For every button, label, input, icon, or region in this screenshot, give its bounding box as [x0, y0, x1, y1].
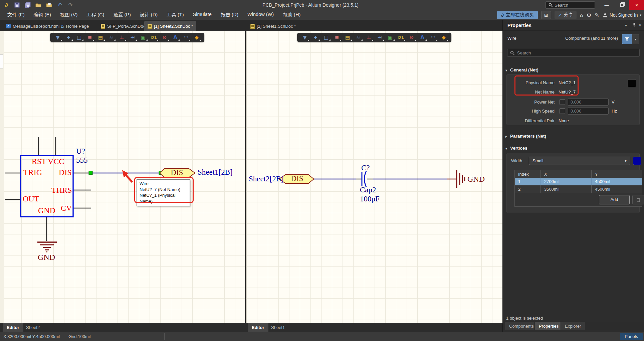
left-sheet2-tab[interactable]: Sheet2	[22, 323, 44, 332]
tab-sheet2-schdoc[interactable]: [1] Sheet2.SchDoc *	[144, 21, 196, 31]
restore-button[interactable]	[615, 0, 629, 10]
share-button[interactable]: ↗分享	[555, 11, 577, 19]
open-document-icon[interactable]	[45, 1, 53, 9]
minimize-button[interactable]: —	[599, 0, 614, 10]
trash-icon	[636, 197, 640, 202]
panel-title: Properties	[507, 23, 531, 28]
section-general-net[interactable]: ▾General (Net)	[505, 67, 539, 72]
add-vertex-button[interactable]: Add	[599, 195, 630, 204]
capacitor-comment[interactable]: Cap2	[360, 186, 376, 194]
search-icon	[549, 3, 553, 7]
power-net-voltage-input[interactable]: 0.000	[568, 99, 609, 106]
differential-pair-label: Differential Pair	[507, 117, 555, 125]
customize-pen-icon[interactable]: ✎	[595, 12, 599, 18]
scope-selector[interactable]: Components (and 11 more)	[565, 36, 618, 41]
vertices-table-body: 12700mil4500mil23500mil4500mil	[515, 178, 642, 193]
panel-close-icon[interactable]: ✕	[638, 23, 642, 28]
menu-place[interactable]: 放置 (P)	[113, 12, 131, 18]
port-dis-label[interactable]: DIS	[166, 168, 188, 177]
power-net-unit: V	[612, 99, 615, 106]
properties-search-input[interactable]: Search	[507, 49, 640, 57]
component-designator[interactable]: U?	[76, 147, 85, 156]
tab-message-list-report[interactable]: eMessageListReport.html	[3, 21, 63, 31]
section-parameters-net[interactable]: ▸Parameters (Net)	[505, 134, 546, 139]
panel-tab-strip: Components Properties Explorer	[503, 322, 644, 330]
right-sheet1-tab[interactable]: Sheet1	[267, 323, 289, 332]
tooltip-object-type: Wire	[140, 181, 187, 187]
port-dis-label[interactable]: DIS	[286, 174, 308, 183]
tab-components[interactable]: Components	[505, 322, 538, 330]
differential-pair-value: None	[559, 117, 569, 125]
chevron-down-icon: ▼	[624, 157, 627, 165]
menu-tools[interactable]: 工具 (T)	[167, 12, 184, 18]
panel-menu-chevron-icon[interactable]: ▾	[625, 23, 627, 28]
panels-button[interactable]: Panels	[620, 333, 643, 340]
wire-color-swatch[interactable]	[633, 157, 641, 165]
schematic-editor-sheet1[interactable]: ▼+□≡▤≈⊥⇥▣D1⊘A◠◆	[246, 31, 502, 323]
high-speed-unit: Hz	[612, 108, 617, 115]
scope-filter-button[interactable]	[622, 34, 632, 44]
undo-icon[interactable]: ↶	[56, 1, 63, 9]
net-name-value[interactable]: NetU?_7	[559, 89, 576, 96]
save-icon[interactable]	[13, 1, 21, 9]
save-all-icon[interactable]	[24, 1, 31, 9]
width-dropdown[interactable]: Small▼	[529, 157, 630, 165]
global-search-input[interactable]: Search	[546, 1, 595, 9]
tab-properties[interactable]: Properties	[534, 322, 563, 330]
left-editor-tab[interactable]: Editor	[3, 323, 23, 332]
buy-online-button[interactable]: ∂立即在线购买	[497, 11, 538, 19]
menu-view[interactable]: 视图 (V)	[60, 12, 77, 18]
vertex-row[interactable]: 12700mil4500mil	[515, 178, 642, 185]
redo-icon[interactable]: ↷	[67, 1, 74, 9]
capacitor-value[interactable]: 100pF	[360, 195, 380, 203]
vertex-cell[interactable]: 3500mil	[541, 185, 591, 193]
gnd-power-port[interactable]	[447, 170, 465, 188]
sign-in-menu[interactable]: Not Signed In▾	[603, 12, 641, 18]
scope-filter-dropdown[interactable]: ▾	[632, 34, 639, 44]
vertex-cell[interactable]: 4500mil	[591, 178, 642, 185]
right-editor-tab[interactable]: Editor	[248, 323, 268, 332]
menu-window[interactable]: Window (W)	[247, 12, 274, 18]
section-vertices[interactable]: ▾Vertices	[505, 146, 527, 151]
power-net-checkbox[interactable]	[560, 99, 565, 105]
home-icon[interactable]: ⌂	[580, 12, 583, 18]
high-speed-freq-input[interactable]: 0.000	[568, 108, 609, 115]
pane-splitter[interactable]	[245, 31, 246, 323]
open-folder-icon[interactable]	[35, 1, 42, 9]
capacitor-designator[interactable]: C?	[361, 164, 370, 172]
net-color-swatch[interactable]	[628, 79, 636, 87]
component-comment[interactable]: 555	[76, 156, 88, 165]
selected-object-type: Wire	[507, 36, 516, 41]
tab-home-page[interactable]: ⌂Home Page	[57, 21, 92, 31]
vertex-cell[interactable]: 2	[515, 185, 541, 193]
delete-vertex-button[interactable]	[632, 195, 644, 204]
gnd-power-port[interactable]	[37, 242, 57, 252]
menu-design[interactable]: 设计 (D)	[140, 12, 158, 18]
comment-add-button[interactable]: ⊞	[541, 11, 551, 19]
wire-vertex-handle-1[interactable]	[89, 171, 92, 175]
share-arrow-icon: ↗	[558, 12, 562, 18]
panel-pin-icon[interactable]	[632, 22, 636, 28]
menu-project[interactable]: 工程 (C)	[86, 12, 104, 18]
search-icon	[510, 51, 514, 55]
menu-edit[interactable]: 编辑 (E)	[34, 12, 51, 18]
vertex-row[interactable]: 23500mil4500mil	[515, 185, 642, 193]
tab-sheet1-schdoc[interactable]: [2] Sheet1.SchDoc *	[247, 21, 299, 31]
menu-file[interactable]: 文件 (F)	[7, 12, 25, 18]
menu-simulate[interactable]: Simulate	[193, 12, 212, 18]
vertex-cell[interactable]: 1	[515, 178, 541, 185]
high-speed-checkbox[interactable]	[560, 108, 565, 114]
tab-explorer[interactable]: Explorer	[561, 322, 585, 330]
menu-reports[interactable]: 报告 (R)	[221, 12, 238, 18]
capacitor-symbol[interactable]	[362, 171, 366, 187]
title-bar: ∂ ↶ ↷ PCB_Project.PrjPcb - Altium Design…	[0, 0, 644, 10]
close-button[interactable]: ✕	[629, 0, 644, 10]
vertex-cell[interactable]: 4500mil	[591, 185, 642, 193]
schematic-editor-sheet2[interactable]: ▼+□≡▤≈⊥⇥▣D1⊘A◠◆	[0, 31, 245, 323]
tab-sfp-porta-schdoc[interactable]: SFP_PortA.SchDoc	[97, 21, 149, 31]
settings-gear-icon[interactable]: ⚙	[587, 12, 591, 18]
pin-label-cv: CV	[61, 204, 72, 213]
menu-help[interactable]: 帮助 (H)	[283, 12, 300, 18]
vertex-cell[interactable]: 2700mil	[541, 178, 591, 185]
cursor-coordinates: X:3200.000mil Y:4500.000mil	[3, 332, 60, 341]
